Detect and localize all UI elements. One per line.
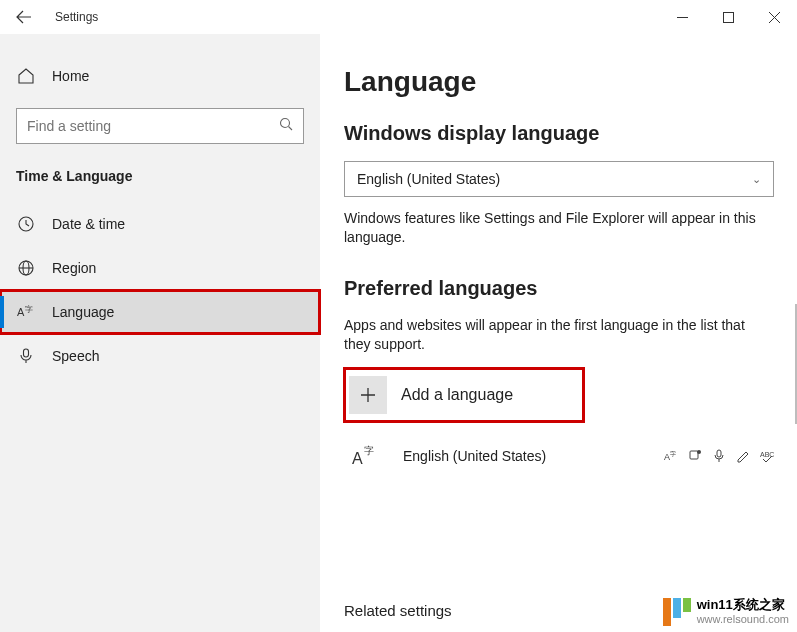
svg-text:A: A	[17, 306, 25, 318]
svg-rect-17	[717, 450, 721, 457]
text-to-speech-feature-icon	[688, 449, 702, 463]
handwriting-feature-icon	[736, 449, 750, 463]
display-language-heading: Windows display language	[344, 122, 797, 145]
chevron-down-icon: ⌄	[752, 173, 761, 186]
language-icon: A字	[16, 302, 36, 322]
svg-rect-15	[690, 451, 698, 459]
svg-line-3	[289, 127, 293, 131]
watermark-line1: win11系统之家	[697, 598, 789, 613]
sidebar-item-speech[interactable]: Speech	[0, 334, 320, 378]
watermark: win11系统之家 www.relsound.com	[663, 598, 789, 626]
preferred-languages-heading: Preferred languages	[344, 277, 797, 300]
display-language-dropdown[interactable]: English (United States) ⌄	[344, 161, 774, 197]
nav-label: Region	[52, 260, 96, 276]
sidebar-home-label: Home	[52, 68, 89, 84]
close-icon	[769, 12, 780, 23]
svg-rect-1	[723, 12, 733, 22]
language-name: English (United States)	[403, 448, 646, 464]
sidebar-section-label: Time & Language	[0, 158, 320, 202]
maximize-button[interactable]	[705, 0, 751, 34]
minimize-icon	[677, 12, 688, 23]
globe-icon	[16, 258, 36, 278]
nav-label: Language	[52, 304, 114, 320]
nav-label: Speech	[52, 348, 99, 364]
speech-feature-icon	[712, 449, 726, 463]
language-glyph-icon: A字	[347, 442, 385, 470]
svg-text:字: 字	[364, 445, 374, 456]
svg-point-16	[697, 450, 701, 454]
page-title: Language	[344, 66, 797, 98]
svg-text:字: 字	[25, 305, 33, 314]
clock-icon	[16, 214, 36, 234]
nav-label: Date & time	[52, 216, 125, 232]
dropdown-value: English (United States)	[357, 171, 500, 187]
preferred-languages-desc: Apps and websites will appear in the fir…	[344, 316, 774, 354]
watermark-logo-icon	[663, 598, 691, 626]
microphone-icon	[16, 346, 36, 366]
window-title: Settings	[48, 10, 98, 24]
search-input-container[interactable]	[16, 108, 304, 144]
watermark-line2: www.relsound.com	[697, 613, 789, 626]
add-language-button[interactable]: Add a language	[344, 368, 584, 422]
search-icon	[279, 117, 293, 135]
back-button[interactable]	[0, 0, 48, 34]
sidebar: Home Time & Language Date & time Region …	[0, 34, 320, 632]
plus-icon	[349, 376, 387, 414]
search-input[interactable]	[27, 118, 279, 134]
sidebar-item-datetime[interactable]: Date & time	[0, 202, 320, 246]
display-language-desc: Windows features like Settings and File …	[344, 209, 774, 247]
minimize-button[interactable]	[659, 0, 705, 34]
svg-text:A: A	[352, 450, 363, 467]
back-arrow-icon	[16, 9, 32, 25]
language-feature-icons: A字 ABC	[664, 449, 774, 463]
home-icon	[16, 66, 36, 86]
svg-rect-10	[24, 349, 29, 357]
display-lang-feature-icon: A字	[664, 449, 678, 463]
add-language-label: Add a language	[401, 386, 513, 404]
sidebar-item-language[interactable]: A字 Language	[0, 290, 320, 334]
svg-point-2	[281, 119, 290, 128]
titlebar: Settings	[0, 0, 797, 34]
spellcheck-feature-icon: ABC	[760, 449, 774, 463]
main-content: Language Windows display language Englis…	[320, 34, 797, 632]
sidebar-home[interactable]: Home	[0, 54, 320, 98]
svg-text:字: 字	[670, 450, 676, 457]
language-item-english[interactable]: A字 English (United States) A字 ABC	[344, 430, 774, 482]
sidebar-item-region[interactable]: Region	[0, 246, 320, 290]
close-button[interactable]	[751, 0, 797, 34]
maximize-icon	[723, 12, 734, 23]
svg-text:ABC: ABC	[760, 451, 774, 458]
